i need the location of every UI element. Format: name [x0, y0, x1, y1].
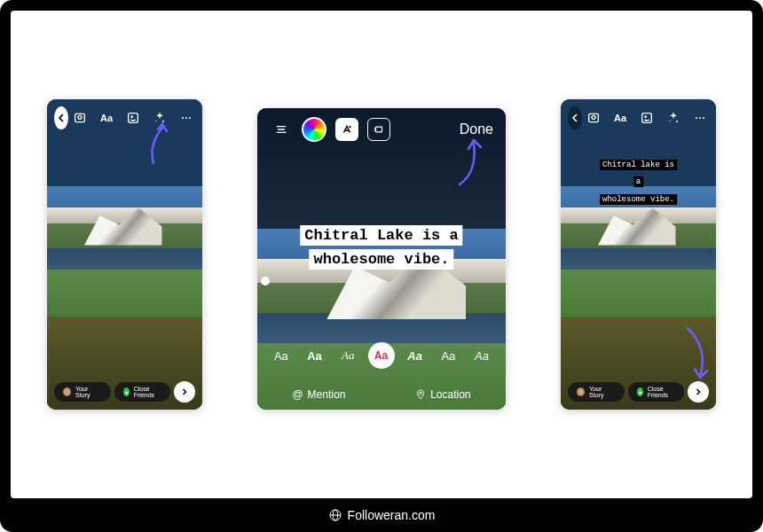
sticker-button[interactable] [635, 106, 658, 129]
svg-point-20 [669, 121, 670, 121]
svg-point-18 [645, 116, 646, 117]
footer-text: Followeran.com [348, 508, 436, 522]
font-option-5[interactable]: Aa [402, 342, 429, 369]
close-friends-button[interactable]: ★ Close Friends [114, 382, 171, 402]
caption-line2: wholesome vibe. [309, 249, 453, 270]
caption-line2: wholesome vibe. [600, 194, 677, 205]
your-story-label: Your Story [589, 386, 615, 398]
your-story-button[interactable]: Your Story [54, 382, 111, 402]
text-tool-button[interactable]: Aa [95, 106, 118, 129]
story-photo [47, 99, 202, 410]
your-story-label: Your Story [75, 386, 101, 398]
svg-rect-2 [129, 113, 138, 123]
background-toggle-button[interactable] [335, 118, 358, 141]
effects-button[interactable] [662, 106, 685, 129]
top-toolbar: Aa [47, 106, 202, 129]
font-option-3[interactable]: Aa [334, 342, 361, 369]
bottom-bar: Your Story ★ Close Friends [54, 381, 195, 403]
top-toolbar: Aa [561, 106, 716, 129]
avatar-icon [577, 387, 585, 396]
font-option-1[interactable]: Aa [268, 342, 295, 369]
ar-filter-icon[interactable] [68, 106, 91, 129]
quick-tags: @ Mention Location [257, 388, 506, 401]
back-button[interactable] [54, 106, 68, 129]
svg-point-23 [703, 117, 704, 119]
content-canvas: Aa Your Story ★ Close Friends [11, 11, 752, 498]
close-friends-label: Close Friends [134, 386, 161, 398]
animation-button[interactable] [367, 118, 390, 141]
at-icon: @ [292, 388, 303, 401]
close-friends-label: Close Friends [648, 386, 675, 398]
back-button[interactable] [568, 106, 582, 129]
svg-point-14 [420, 392, 422, 395]
location-pin-icon [415, 389, 426, 400]
story-editor-step1: Aa Your Story ★ Close Friends [47, 99, 202, 410]
globe-icon [328, 508, 342, 522]
svg-point-7 [185, 117, 187, 119]
tutorial-arrow [682, 325, 712, 387]
svg-point-1 [78, 115, 82, 119]
align-button[interactable] [270, 118, 293, 141]
text-editor-step2: Done Chitral Lake is a wholesome vibe. A… [257, 108, 506, 410]
close-friends-button[interactable]: ★ Close Friends [628, 382, 685, 402]
font-option-7[interactable]: Aa [468, 342, 495, 369]
svg-point-12 [349, 126, 350, 128]
mention-label: Mention [308, 388, 346, 401]
svg-point-22 [699, 117, 701, 119]
footer-watermark: Followeran.com [0, 498, 763, 532]
your-story-button[interactable]: Your Story [568, 382, 625, 402]
caption-line1: Chitral Lake is a [300, 225, 462, 246]
location-button[interactable]: Location [415, 388, 470, 401]
tutorial-arrow [143, 121, 178, 168]
close-friends-icon: ★ [123, 387, 130, 396]
svg-rect-17 [642, 113, 652, 123]
text-size-slider[interactable] [261, 277, 270, 286]
svg-point-6 [182, 117, 184, 119]
ar-filter-icon[interactable] [582, 106, 605, 129]
mention-button[interactable]: @ Mention [292, 388, 345, 401]
tutorial-arrow [452, 135, 488, 192]
svg-point-3 [131, 116, 132, 117]
screenshot-row: Aa Your Story ★ Close Friends [11, 11, 752, 498]
applied-caption[interactable]: Chitral lake is a wholesome vibe. [600, 154, 678, 206]
svg-point-8 [189, 117, 191, 119]
svg-point-16 [592, 115, 595, 119]
close-friends-icon: ★ [637, 387, 643, 396]
svg-point-21 [696, 117, 697, 119]
svg-rect-13 [376, 127, 382, 132]
sticker-button[interactable] [122, 106, 145, 129]
svg-point-19 [676, 121, 678, 122]
more-button[interactable] [688, 106, 712, 129]
text-input-caption[interactable]: Chitral Lake is a wholesome vibe. [300, 223, 462, 271]
next-button[interactable] [174, 381, 195, 403]
location-label: Location [430, 388, 470, 401]
story-preview-step3: Aa Chitral lake is a wholesome vibe. You… [561, 99, 716, 410]
font-option-2[interactable]: Aa [302, 342, 328, 369]
tablet-frame: Aa Your Story ★ Close Friends [0, 0, 763, 532]
avatar-icon [63, 387, 71, 396]
text-tool-button[interactable]: Aa [609, 106, 632, 129]
font-option-4-selected[interactable]: Aa [368, 342, 395, 369]
font-option-6[interactable]: Aa [435, 342, 461, 369]
font-picker: Aa Aa Aa Aa Aa Aa Aa [257, 342, 506, 369]
color-picker-button[interactable] [302, 117, 326, 142]
caption-line1: Chitral lake is a [600, 160, 677, 187]
